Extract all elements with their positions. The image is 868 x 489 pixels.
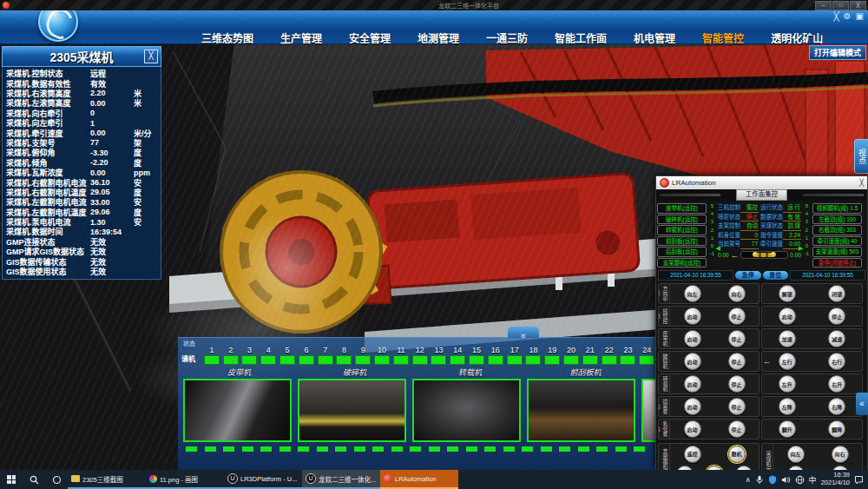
gear-icon[interactable]: ⚙ <box>844 11 852 21</box>
nav-item[interactable]: 安全管理 <box>349 30 391 45</box>
maximize-button[interactable]: □ <box>832 1 849 10</box>
shearer-control-button[interactable]: 右行 <box>828 353 845 370</box>
nav-item[interactable]: 机电管理 <box>634 30 675 45</box>
device-start-button[interactable]: 启动 <box>684 420 701 438</box>
nav-item[interactable]: 三维态势图 <box>201 30 253 45</box>
estop-pill-button[interactable]: 急停 <box>735 271 761 280</box>
nav-item[interactable]: 透明化矿山 <box>771 30 823 45</box>
open-edit-mode-button[interactable]: 打开编辑模式 <box>809 45 866 60</box>
collapse-panel-button[interactable]: « <box>508 327 539 338</box>
taskbar-app-icon <box>149 475 157 483</box>
shearer-panel-close-icon[interactable]: ╳ <box>144 50 158 63</box>
lrautomation-close-icon[interactable]: ╳ <box>859 179 864 187</box>
shearer-control-button[interactable]: 停止 <box>828 307 845 325</box>
taskbar-app-button[interactable]: 2305三维截图 <box>68 470 146 489</box>
shearer-control-button[interactable]: 右降 <box>828 398 845 415</box>
lower-status-led <box>541 446 552 452</box>
camera-feed-thumbnail[interactable] <box>183 379 292 442</box>
shearer-control-button[interactable]: 右升 <box>828 375 845 393</box>
minimize-button[interactable]: ─ <box>815 1 832 10</box>
nav-item[interactable]: 一通三防 <box>486 30 528 45</box>
device-stop-button[interactable]: 向右 <box>728 285 746 302</box>
shearer-control-button[interactable]: 左降 <box>779 398 796 415</box>
group-setting-button[interactable]: 支架速度(组) 503 <box>812 247 862 257</box>
follow-mode-button[interactable]: 遥控 <box>684 446 701 463</box>
lower-status-led <box>279 446 291 452</box>
reset-pill-button[interactable]: 复位 <box>763 271 789 280</box>
shearer-control-button[interactable]: 加速 <box>779 330 796 347</box>
device-stop-button[interactable]: 停止 <box>728 420 746 438</box>
taskbar-app-button[interactable]: U LR3DPlatform - U... <box>224 470 302 489</box>
shearer-control-button[interactable]: 翻降 <box>828 420 845 438</box>
network-globe-icon[interactable] <box>795 475 805 485</box>
shield-icon[interactable] <box>768 475 777 485</box>
shearer-control-button[interactable]: 减速 <box>828 330 845 347</box>
camera-label: 前刮板机 <box>528 367 643 378</box>
device-stop-button[interactable]: 停止 <box>728 330 746 347</box>
shearer-control-button[interactable]: 启动 <box>779 307 796 325</box>
device-stop-button[interactable]: 停止 <box>728 398 746 415</box>
close-button[interactable]: ╳ <box>850 1 866 10</box>
data-label: GIS数据使用状态 <box>3 266 90 277</box>
group-setting-button[interactable]: 牵引速度(组) 40 <box>812 236 862 247</box>
restore-icon[interactable]: ▣ <box>856 11 864 21</box>
remote-device-button[interactable]: 支架跟机(远控) <box>657 258 707 268</box>
group-setting-button[interactable]: 右截割(组) 303 <box>812 225 862 235</box>
shearer-control-button[interactable]: 左升 <box>779 375 796 393</box>
shearer-control-button[interactable]: 左行 <box>779 353 796 370</box>
collapse-side-tab[interactable]: « <box>856 393 868 415</box>
shearer-control-button[interactable]: 解锁 <box>779 285 796 302</box>
position-slider-track[interactable] <box>740 251 789 259</box>
tools-icon[interactable]: ╳ <box>834 11 839 21</box>
support-number: 24 <box>642 346 651 354</box>
window-title: 龙软二三维一体化平台 <box>438 1 499 10</box>
move-right-button[interactable]: 向右 <box>832 446 849 463</box>
device-start-button[interactable]: 启动 <box>684 307 701 325</box>
device-stop-button[interactable]: 停止 <box>728 307 746 325</box>
camera-feed-thumbnail[interactable] <box>298 379 406 442</box>
camera-feed-thumbnail[interactable] <box>412 379 521 442</box>
drum-scale-right: ▶ 543210-1 <box>801 202 812 269</box>
clock[interactable]: 16:39 2021/4/10 <box>821 472 850 486</box>
shearer-control-button[interactable]: 闭锁 <box>828 285 845 302</box>
group-setting-button[interactable]: 左截割(组) 100 <box>812 215 862 225</box>
microphone-icon[interactable] <box>755 475 764 485</box>
device-start-button[interactable]: 启动 <box>684 353 701 370</box>
group-setting-button[interactable]: 急停(闭锁停止) <box>812 258 862 268</box>
taskbar-app-button[interactable]: LRAutomation <box>380 470 458 489</box>
speaker-icon[interactable] <box>781 475 791 485</box>
follow-on-button[interactable]: 跟机 <box>728 446 746 463</box>
device-stop-button[interactable]: 停止 <box>728 375 746 393</box>
remote-device-button[interactable]: 皮带机(远控) <box>657 203 707 214</box>
shearer-control-button[interactable]: 翻升 <box>779 420 796 438</box>
support-follow-label: 支架跟机控制 <box>659 444 670 471</box>
nav-item[interactable]: 地测管理 <box>418 30 459 45</box>
notification-center-icon[interactable] <box>854 475 864 485</box>
nav-item[interactable]: 智能工作面 <box>555 30 607 45</box>
device-start-button[interactable]: 向左 <box>684 285 701 302</box>
support-status-led <box>431 355 446 365</box>
hidden-icons-chevron[interactable]: ∧ <box>746 476 751 484</box>
camera-feed-thumbnail[interactable] <box>527 379 635 442</box>
search-button[interactable] <box>23 470 45 489</box>
device-stop-button[interactable]: 停止 <box>728 353 746 370</box>
workface-control-tab[interactable]: 工作面集控 <box>736 189 788 201</box>
taskbar-app-button[interactable]: 11.png - 画图 <box>146 470 224 489</box>
move-left-button[interactable]: 向左 <box>787 446 805 463</box>
device-start-button[interactable]: 启动 <box>684 398 701 415</box>
cortana-button[interactable] <box>45 470 68 489</box>
group-setting-button[interactable]: 视频跟机(组) 1.5 <box>812 203 862 214</box>
remote-device-button[interactable]: 前刮板(远控) <box>657 236 707 247</box>
nav-item[interactable]: 生产管理 <box>280 30 322 45</box>
ime-indicator[interactable]: 中 <box>809 474 817 486</box>
device-start-button[interactable]: 启动 <box>684 375 701 393</box>
start-button[interactable] <box>0 470 23 489</box>
lower-status-led <box>503 446 515 452</box>
remote-device-button[interactable]: 转载机(远控) <box>657 225 707 235</box>
viewpoint-tab[interactable]: 视点 <box>854 139 868 174</box>
device-start-button[interactable]: 启动 <box>684 330 701 347</box>
taskbar-app-button[interactable]: U 龙软二三维一体化... <box>302 470 380 489</box>
nav-item[interactable]: 智能管控 <box>702 30 744 45</box>
remote-device-button[interactable]: 后刮板(远控) <box>657 247 707 257</box>
remote-device-button[interactable]: 破碎机(远控) <box>657 215 707 225</box>
